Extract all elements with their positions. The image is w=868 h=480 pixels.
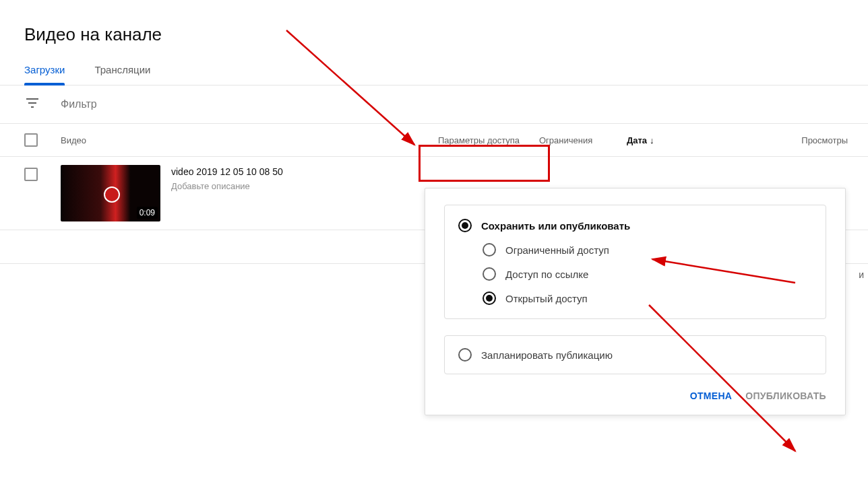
col-access[interactable]: Параметры доступа xyxy=(438,135,539,145)
radio-icon xyxy=(458,348,472,362)
option-label: Открытый доступ xyxy=(505,293,588,304)
col-views[interactable]: Просмотры xyxy=(801,135,848,145)
filter-row xyxy=(0,85,868,124)
option-save-or-publish[interactable]: Сохранить или опубликовать xyxy=(458,219,812,232)
select-all-checkbox[interactable] xyxy=(24,133,38,147)
publish-group: Сохранить или опубликовать Ограниченный … xyxy=(444,205,826,319)
option-public[interactable]: Открытый доступ xyxy=(483,292,812,305)
option-label: Ограниченный доступ xyxy=(505,244,609,256)
cancel-button[interactable]: ОТМЕНА xyxy=(690,390,732,401)
row-checkbox[interactable] xyxy=(24,168,38,181)
table-header: Видео Параметры доступа Ограничения Дата… xyxy=(0,124,868,157)
arrow-down-icon: ↓ xyxy=(650,135,654,145)
filter-input[interactable] xyxy=(61,98,263,110)
col-restrictions[interactable]: Ограничения xyxy=(539,135,627,145)
video-meta: video 2019 12 05 10 08 50 Добавьте описа… xyxy=(171,165,283,191)
col-date[interactable]: Дата ↓ xyxy=(627,135,687,145)
video-duration: 0:09 xyxy=(137,207,158,219)
video-title[interactable]: video 2019 12 05 10 08 50 xyxy=(171,166,283,177)
access-dropdown: Сохранить или опубликовать Ограниченный … xyxy=(425,188,846,415)
video-description-placeholder[interactable]: Добавьте описание xyxy=(171,181,283,191)
video-thumbnail[interactable]: 0:09 xyxy=(61,165,160,221)
option-label: Доступ по ссылке xyxy=(505,269,588,280)
radio-icon xyxy=(483,292,496,305)
tab-uploads[interactable]: Загрузки xyxy=(24,64,65,85)
col-date-label: Дата xyxy=(627,135,647,145)
radio-icon xyxy=(458,219,472,232)
option-schedule[interactable]: Запланировать публикацию xyxy=(458,348,812,362)
radio-icon xyxy=(483,267,496,281)
page-title: Видео на канале xyxy=(0,0,868,45)
dropdown-actions: ОТМЕНА ОПУБЛИКОВАТЬ xyxy=(425,374,845,405)
col-video: Видео xyxy=(61,135,438,145)
tab-live[interactable]: Трансляции xyxy=(94,64,150,85)
schedule-group: Запланировать публикацию xyxy=(444,335,826,374)
option-private[interactable]: Ограниченный доступ xyxy=(483,243,812,256)
filter-icon[interactable] xyxy=(24,95,40,114)
option-unlisted[interactable]: Доступ по ссылке xyxy=(483,267,812,281)
tabs-bar: Загрузки Трансляции xyxy=(0,45,868,85)
option-label: Сохранить или опубликовать xyxy=(481,220,630,232)
radio-icon xyxy=(483,243,496,256)
publish-button[interactable]: ОПУБЛИКОВАТЬ xyxy=(745,390,826,401)
truncated-text: и xyxy=(859,269,864,280)
option-label: Запланировать публикацию xyxy=(481,349,613,361)
